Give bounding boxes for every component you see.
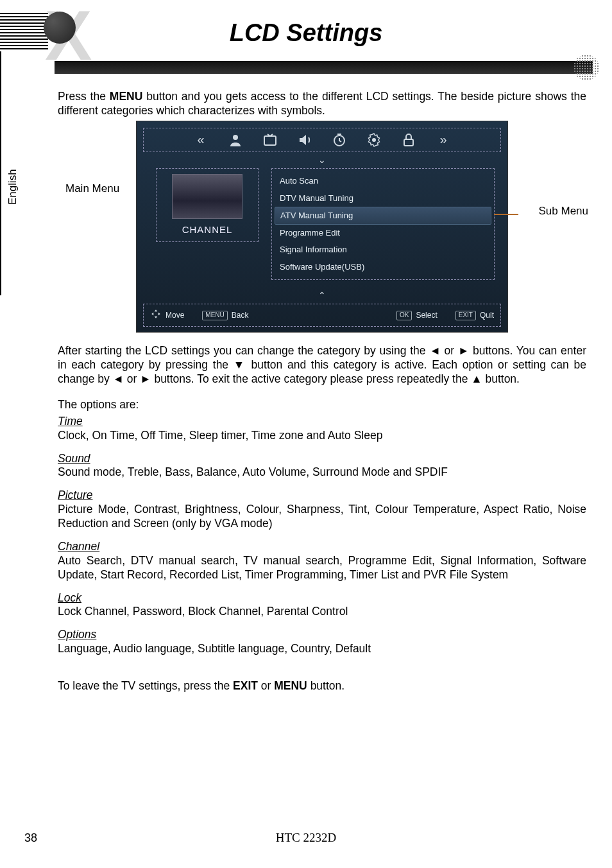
closing-menu: MENU xyxy=(274,679,307,692)
page-title: LCD Settings xyxy=(0,19,612,47)
menu-keycap-icon: MENU xyxy=(202,311,227,320)
menu-item[interactable]: DTV Manual Tuning xyxy=(275,190,491,207)
osd-category-icons: « » xyxy=(143,128,501,152)
svg-point-0 xyxy=(233,135,238,140)
osd-body: CHANNEL Auto Scan DTV Manual Tuning ATV … xyxy=(137,166,507,288)
section-body: Picture Mode, Contrast, Brightness, Colo… xyxy=(58,503,586,531)
language-tab: English xyxy=(6,165,19,209)
svg-rect-1 xyxy=(264,136,276,145)
closing-mid: or xyxy=(258,679,274,692)
footer-back-label: Back xyxy=(232,311,249,320)
section-picture: Picture Picture Mode, Contrast, Brightne… xyxy=(58,489,586,531)
content-area: Press the MENU button and you gets acces… xyxy=(58,90,586,696)
footer-select-label: Select xyxy=(416,311,437,320)
options-icon xyxy=(366,132,382,148)
footer-quit-label: Quit xyxy=(480,311,494,320)
menu-item[interactable]: Auto Scan xyxy=(275,173,491,189)
title-bar-dots xyxy=(574,55,599,80)
channel-icon xyxy=(262,132,278,148)
options-intro: The options are: xyxy=(58,398,586,412)
footer-quit: EXIT Quit xyxy=(455,311,494,320)
osd-screenshot: « » ⌄ xyxy=(136,121,508,333)
section-options: Options Language, Audio language, Subtit… xyxy=(58,628,586,656)
after-osd-paragraph: After starting the LCD settings you can … xyxy=(58,344,586,386)
footer-select: OK Select xyxy=(396,311,438,320)
closing-prefix: To leave the TV settings, press the xyxy=(58,679,233,692)
arrow-right-icon: » xyxy=(436,132,451,148)
closing-exit: EXIT xyxy=(233,679,258,692)
section-body: Lock Channel, Password, Block Channel, P… xyxy=(58,605,586,619)
category-thumbnail-icon xyxy=(172,174,242,219)
intro-bold: MENU xyxy=(110,90,143,103)
section-head: Time xyxy=(58,415,586,429)
menu-item[interactable]: Signal Information xyxy=(275,241,491,258)
osd-footer: Move MENU Back OK Select EXIT Quit xyxy=(143,304,501,327)
sub-menu-label: Sub Menu xyxy=(539,204,589,218)
time-icon xyxy=(332,132,347,148)
osd-wrapper: Main Menu Sub Menu « xyxy=(72,121,572,333)
section-head: Picture xyxy=(58,489,586,503)
sound-icon xyxy=(297,132,312,148)
lock-icon xyxy=(401,132,416,148)
title-bar xyxy=(55,61,593,74)
intro-paragraph: Press the MENU button and you gets acces… xyxy=(58,90,586,118)
dpad-icon xyxy=(150,308,162,322)
osd-submenu-list: Auto Scan DTV Manual Tuning ATV Manual T… xyxy=(271,168,495,280)
picture-icon xyxy=(228,132,243,148)
chevron-up-icon: ⌃ xyxy=(137,288,507,302)
section-channel: Channel Auto Search, DTV manual search, … xyxy=(58,540,586,582)
menu-item[interactable]: Programme Edit xyxy=(275,225,491,241)
left-vertical-line xyxy=(0,51,1,295)
section-head: Sound xyxy=(58,452,586,466)
arrow-left-icon: « xyxy=(193,132,208,148)
footer-back: MENU Back xyxy=(202,311,248,320)
closing-suffix: button. xyxy=(307,679,344,692)
section-head: Options xyxy=(58,628,586,642)
section-body: Clock, On Time, Off Time, Sleep timer, T… xyxy=(58,429,586,443)
footer-model: HTC 2232D xyxy=(0,831,612,845)
section-lock: Lock Lock Channel, Password, Block Chann… xyxy=(58,591,586,620)
ok-keycap-icon: OK xyxy=(396,311,412,320)
category-label: CHANNEL xyxy=(162,224,253,236)
osd-category-thumb: CHANNEL xyxy=(156,168,259,242)
main-menu-label: Main Menu xyxy=(65,182,119,195)
closing-paragraph: To leave the TV settings, press the EXIT… xyxy=(58,679,586,693)
menu-item[interactable]: Software Update(USB) xyxy=(275,259,491,275)
chevron-down-icon: ⌄ xyxy=(137,155,507,166)
section-body: Auto Search, DTV manual search, TV manua… xyxy=(58,554,586,582)
footer-move: Move xyxy=(150,308,184,322)
section-head: Channel xyxy=(58,540,586,554)
svg-rect-4 xyxy=(404,139,413,146)
menu-item-selected[interactable]: ATV Manual Tuning xyxy=(275,207,491,225)
exit-keycap-icon: EXIT xyxy=(455,311,476,320)
section-body: Sound mode, Treble, Bass, Balance, Auto … xyxy=(58,465,586,480)
section-body: Language, Audio language, Subtitle langu… xyxy=(58,642,586,656)
section-head: Lock xyxy=(58,591,586,605)
footer-move-label: Move xyxy=(166,311,184,320)
section-sound: Sound Sound mode, Treble, Bass, Balance,… xyxy=(58,452,586,480)
section-time: Time Clock, On Time, Off Time, Sleep tim… xyxy=(58,415,586,443)
svg-point-3 xyxy=(372,138,376,142)
